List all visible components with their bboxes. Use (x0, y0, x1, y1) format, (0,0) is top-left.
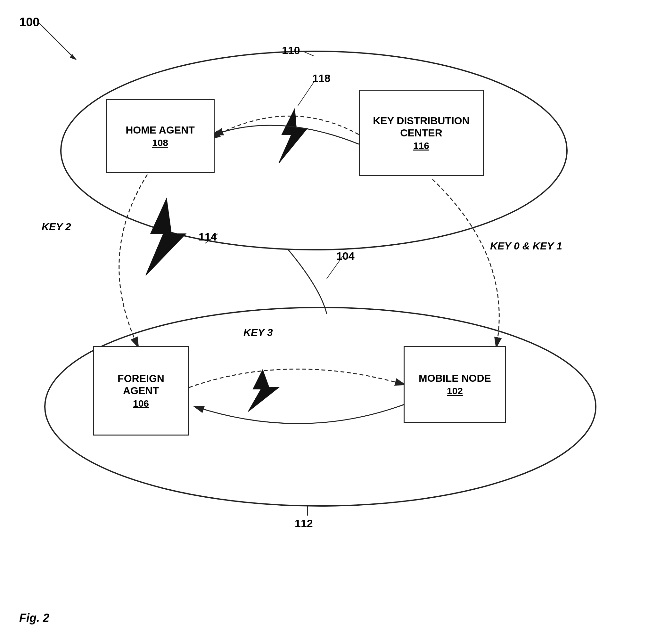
mobile-node-id: 102 (447, 386, 463, 396)
svg-marker-3 (146, 198, 186, 275)
diagram-container: 100 (0, 0, 665, 644)
svg-line-10 (38, 22, 74, 58)
label-118: 118 (312, 72, 330, 84)
home-agent-title: HOME AGENT (126, 124, 195, 136)
foreign-agent-box: FOREIGN AGENT 106 (93, 346, 189, 435)
key2-label: KEY 2 (42, 221, 71, 233)
diagram-svg (0, 0, 665, 644)
label-110: 110 (282, 44, 300, 57)
kdc-title-line2: CENTER (400, 127, 442, 139)
key0key1-label: KEY 0 & KEY 1 (490, 240, 562, 252)
kdc-title-line1: KEY DISTRIBUTION (373, 115, 470, 127)
label-114: 114 (198, 231, 217, 243)
mobile-node-title: MOBILE NODE (419, 372, 491, 384)
kdc-box: KEY DISTRIBUTION CENTER 116 (359, 90, 484, 176)
kdc-id: 116 (413, 140, 429, 151)
label-112: 112 (295, 517, 313, 530)
foreign-agent-id: 106 (133, 398, 149, 409)
svg-marker-4 (248, 370, 279, 411)
svg-line-6 (298, 82, 314, 106)
key3-label: KEY 3 (244, 327, 273, 338)
figure-label: Fig. 2 (19, 611, 49, 625)
label-104: 104 (336, 250, 355, 262)
foreign-agent-title1: FOREIGN (117, 372, 164, 385)
svg-marker-2 (279, 109, 307, 163)
home-agent-box: HOME AGENT 108 (106, 99, 215, 173)
svg-line-5 (304, 52, 314, 56)
foreign-agent-title2: AGENT (123, 385, 159, 397)
mobile-node-box: MOBILE NODE 102 (404, 346, 506, 423)
arrow-100 (16, 16, 96, 80)
home-agent-id: 108 (152, 137, 168, 148)
